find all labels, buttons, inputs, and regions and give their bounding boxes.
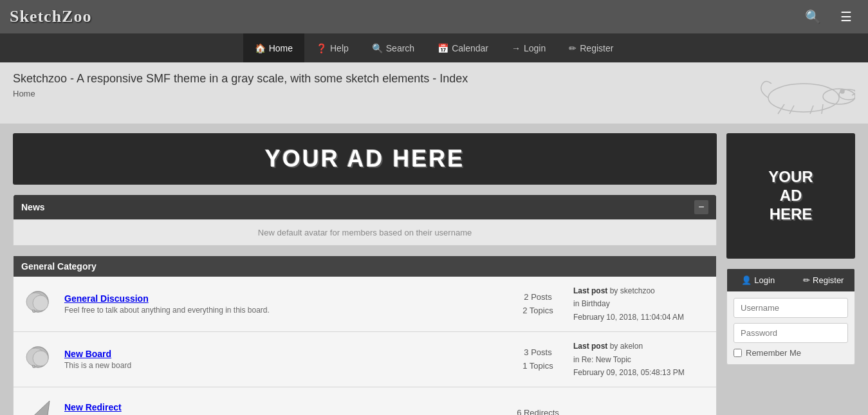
- board-last-post-newboard: Last post by akelon in Re: New Topic Feb…: [567, 340, 708, 379]
- page-header: Sketchzoo - A responsive SMF theme in a …: [0, 62, 868, 124]
- password-input[interactable]: [734, 323, 848, 343]
- sidebar-ad-text: YOURADHERE: [768, 168, 813, 223]
- sidebar-login-header: 👤 Login ✏ Register: [727, 269, 854, 291]
- sidebar-register-button[interactable]: ✏ Register: [793, 269, 855, 291]
- board-row: New Board This is a new board 3 Posts 1 …: [14, 332, 716, 387]
- calendar-icon: 📅: [438, 43, 448, 53]
- board-name-newboard[interactable]: New Board: [64, 349, 509, 359]
- sidebar-login-form: Remember Me: [727, 291, 854, 364]
- board-row-redirect: New Redirect This is a redirect link 6 R…: [14, 387, 716, 415]
- last-post-author-general[interactable]: sketchzoo: [620, 286, 655, 295]
- board-topics-general: 2 Topics: [509, 304, 567, 318]
- remember-me-label: Remember Me: [746, 348, 801, 358]
- last-post-author-newboard[interactable]: akelon: [620, 342, 643, 351]
- nav-register[interactable]: ✏ Register: [557, 33, 625, 62]
- board-icon-redirect: [21, 395, 57, 415]
- header-illustration: [714, 72, 855, 117]
- svg-line-3: [790, 106, 794, 114]
- news-section-header: News −: [14, 195, 716, 219]
- news-title: News: [21, 202, 45, 212]
- home-icon: 🏠: [255, 43, 266, 53]
- nav-login[interactable]: → Login: [500, 33, 557, 62]
- news-collapse-button[interactable]: −: [694, 200, 708, 214]
- sidebar-login-box: 👤 Login ✏ Register Remember Me: [726, 268, 855, 365]
- svg-marker-14: [27, 401, 50, 415]
- sidebar-login-button[interactable]: 👤 Login: [727, 269, 790, 291]
- menu-icon[interactable]: ☰: [834, 5, 858, 28]
- top-header-icons: 🔍 ☰: [799, 5, 858, 28]
- board-posts-general: 2 Posts: [509, 291, 567, 304]
- svg-line-5: [822, 104, 823, 114]
- board-desc-general: Feel free to talk about anything and eve…: [64, 306, 509, 315]
- board-icon-newboard: [21, 342, 57, 377]
- breadcrumb: Home: [13, 89, 468, 98]
- board-topics-newboard: 1 Topics: [509, 360, 567, 373]
- news-message: New default avatar for members based on …: [258, 228, 472, 237]
- breadcrumb-home-link[interactable]: Home: [13, 89, 35, 98]
- login-icon-sidebar: 👤: [741, 275, 752, 285]
- board-info-redirect: New Redirect This is a redirect link: [64, 402, 509, 415]
- nav-bar: 🏠 Home ❓ Help 🔍 Search 📅 Calendar → Logi…: [0, 33, 868, 62]
- svg-point-7: [840, 89, 844, 93]
- register-icon-sidebar: ✏: [803, 275, 810, 285]
- svg-point-13: [33, 351, 48, 366]
- main-container: YOUR AD HERE News − New default avatar f…: [0, 124, 868, 415]
- news-section: News − New default avatar for members ba…: [13, 194, 717, 246]
- board-last-post-general: Last post by sketchzoo in Birthday Febru…: [567, 284, 708, 324]
- board-stats-newboard: 3 Posts 1 Topics: [509, 346, 567, 373]
- redirect-icon: [24, 398, 55, 415]
- board-icon-general: [21, 286, 57, 322]
- last-post-date-general: February 10, 2018, 11:04:04 AM: [573, 313, 684, 322]
- top-header: SketchZoo 🔍 ☰: [0, 0, 868, 33]
- speech-bubble-2-icon: [24, 344, 55, 375]
- category-title: General Category: [21, 261, 97, 272]
- board-row: General Discussion Feel free to talk abo…: [14, 277, 716, 332]
- nav-home[interactable]: 🏠 Home: [243, 33, 304, 62]
- board-posts-newboard: 3 Posts: [509, 346, 567, 360]
- category-header: General Category: [14, 256, 716, 277]
- board-name-redirect[interactable]: New Redirect: [64, 402, 509, 412]
- register-icon: ✏: [569, 43, 577, 53]
- login-icon: →: [512, 43, 521, 53]
- board-stats-general: 2 Posts 2 Topics: [509, 291, 567, 318]
- page-title-area: Sketchzoo - A responsive SMF theme in a …: [13, 72, 468, 98]
- help-icon: ❓: [316, 43, 327, 53]
- last-post-date-newboard: February 09, 2018, 05:48:13 PM: [573, 368, 685, 377]
- remember-me-row: Remember Me: [734, 348, 848, 358]
- board-info-general: General Discussion Feel free to talk abo…: [64, 293, 509, 315]
- board-redirects-count: 6 Redirects: [509, 408, 567, 415]
- page-title: Sketchzoo - A responsive SMF theme in a …: [13, 72, 468, 86]
- ad-banner: YOUR AD HERE: [13, 133, 717, 185]
- last-post-topic-general[interactable]: Birthday: [582, 299, 610, 308]
- board-name-general[interactable]: General Discussion: [64, 293, 509, 304]
- news-content: New default avatar for members based on …: [14, 219, 716, 245]
- sketch-animal-svg: [714, 72, 855, 117]
- svg-point-10: [33, 295, 48, 311]
- search-icon[interactable]: 🔍: [799, 5, 827, 28]
- board-desc-newboard: This is a new board: [64, 361, 509, 370]
- board-redirects-stat: 6 Redirects: [509, 408, 567, 415]
- category-section: General Category General Discussion: [13, 255, 717, 415]
- username-input[interactable]: [734, 298, 848, 318]
- last-post-topic-newboard[interactable]: Re: New Topic: [582, 355, 631, 364]
- sidebar-ad: YOURADHERE: [726, 133, 855, 259]
- nav-search[interactable]: 🔍 Search: [360, 33, 426, 62]
- speech-bubble-icon: [24, 289, 55, 320]
- site-logo: SketchZoo: [10, 7, 91, 26]
- sidebar: YOURADHERE 👤 Login ✏ Register Remember: [726, 133, 855, 415]
- board-info-newboard: New Board This is a new board: [64, 349, 509, 370]
- remember-me-checkbox[interactable]: [734, 349, 742, 357]
- content-area: YOUR AD HERE News − New default avatar f…: [13, 133, 717, 415]
- svg-point-0: [768, 84, 839, 112]
- ad-banner-text: YOUR AD HERE: [265, 145, 465, 172]
- nav-help[interactable]: ❓ Help: [304, 33, 360, 62]
- search-nav-icon: 🔍: [372, 43, 383, 53]
- svg-line-4: [810, 106, 813, 114]
- nav-calendar[interactable]: 📅 Calendar: [426, 33, 500, 62]
